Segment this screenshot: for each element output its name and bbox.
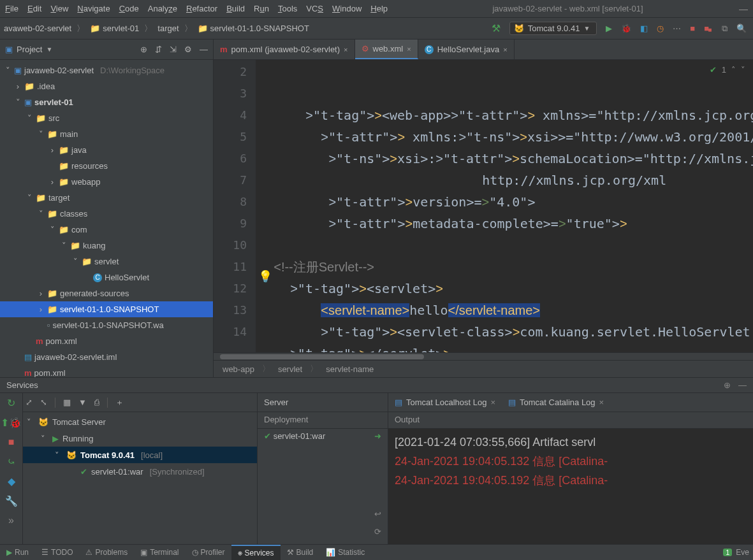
tree-row[interactable]: ›📁webapp xyxy=(0,174,213,190)
services-tree-row[interactable]: ✔servlet-01:war[Synchronized] xyxy=(23,463,257,480)
tree-row[interactable]: ˅▣servlet-01 xyxy=(0,94,213,110)
collapse-all-icon[interactable]: ⇲ xyxy=(170,45,177,54)
tree-arrow-icon[interactable] xyxy=(14,368,22,377)
inspection-down-icon[interactable]: ˅ xyxy=(741,65,745,75)
crumb-item[interactable]: web-app xyxy=(219,364,258,374)
add-service-icon[interactable]: ＋ xyxy=(115,397,124,408)
console-output[interactable]: [2021-01-24 07:03:55,666] Artifact servl… xyxy=(388,429,753,544)
toolstrip-todo[interactable]: ☰TODO xyxy=(35,548,79,557)
tree-row[interactable]: ▤javaweb-02-servlet.iml xyxy=(0,349,213,365)
build-hammer-icon[interactable]: ⚒ xyxy=(492,22,501,34)
localhost-log-tab[interactable]: Tomcat Localhost Log xyxy=(406,398,486,407)
tree-row[interactable]: 📁resources xyxy=(0,158,213,174)
tree-arrow-icon[interactable] xyxy=(83,273,91,282)
tree-arrow-icon[interactable]: ˅ xyxy=(37,129,45,139)
layout-icon[interactable]: ⎙ xyxy=(94,398,99,407)
tree-row[interactable]: ˅📁com xyxy=(0,222,213,238)
editor-tab[interactable]: ⚙web.xml× xyxy=(355,39,418,59)
more-icon[interactable]: » xyxy=(8,515,14,526)
tree-row[interactable]: ˅📁target xyxy=(0,190,213,206)
close-icon[interactable]: × xyxy=(503,46,507,54)
server-tab[interactable]: Server xyxy=(264,398,288,407)
catalina-log-tab[interactable]: Tomcat Catalina Log xyxy=(520,398,596,407)
tree-row[interactable]: ›📁.idea xyxy=(0,78,213,94)
menu-navigate[interactable]: Navigate xyxy=(77,4,110,13)
inspection-up-icon[interactable]: ˄ xyxy=(731,65,736,75)
menu-code[interactable]: Code xyxy=(119,4,139,13)
locate-icon[interactable]: ⊕ xyxy=(724,380,731,390)
tree-arrow-icon[interactable]: ˅ xyxy=(48,225,56,234)
menu-edit[interactable]: Edit xyxy=(27,4,41,13)
stop-all-icon[interactable]: ■■ xyxy=(704,24,709,33)
rerun-icon[interactable]: ↻ xyxy=(7,397,15,409)
tree-arrow-icon[interactable]: › xyxy=(14,82,22,91)
deploy-bug-icon[interactable]: ⬆🐞 xyxy=(1,417,22,429)
close-icon[interactable]: × xyxy=(599,398,604,407)
tree-row[interactable]: ›📁java xyxy=(0,142,213,158)
stop-button-icon[interactable]: ■ xyxy=(690,24,695,33)
toolstrip-problems[interactable]: ⚠Problems xyxy=(79,548,134,557)
tree-arrow-icon[interactable]: ˅ xyxy=(37,209,45,219)
tree-row[interactable]: ˅📁classes xyxy=(0,206,213,222)
tree-row[interactable]: ˅📁main xyxy=(0,126,213,142)
event-log-label[interactable]: Eve xyxy=(736,548,749,557)
toolstrip-statistic[interactable]: 📊Statistic xyxy=(319,548,371,557)
collapse-icon[interactable]: ⤡ xyxy=(40,398,47,407)
services-tree-row[interactable]: ˅▶Running xyxy=(23,430,257,447)
tree-row[interactable]: ˅▣javaweb-02-servletD:\WorkingSpace xyxy=(0,62,213,78)
crumb-item[interactable]: servlet-name xyxy=(322,364,377,374)
crumb-item[interactable]: servlet xyxy=(274,364,306,374)
tree-arrow-icon[interactable]: ˅ xyxy=(4,66,11,75)
menu-help[interactable]: Help xyxy=(370,4,388,13)
tree-arrow-icon[interactable]: › xyxy=(37,289,45,298)
tree-row[interactable]: ˅📁kuang xyxy=(0,238,213,254)
inspection-ok-icon[interactable]: ✔ xyxy=(710,65,717,75)
project-view-selector[interactable]: ▣ Project ▼ xyxy=(5,45,52,54)
search-everywhere-icon[interactable]: 🔍 xyxy=(736,24,747,33)
profiler-button-icon[interactable]: ◷ xyxy=(657,24,664,33)
toolstrip-run[interactable]: ▶Run xyxy=(0,548,35,557)
tree-row[interactable]: CHelloServlet xyxy=(0,269,213,285)
redeploy-icon[interactable]: ⤿ xyxy=(7,456,15,468)
tree-arrow-icon[interactable]: ˅ xyxy=(60,241,68,250)
event-count-badge[interactable]: 1 xyxy=(723,549,732,556)
close-icon[interactable]: × xyxy=(407,45,411,53)
run-config-selector[interactable]: 🐱 Tomcat 9.0.41 ▼ xyxy=(509,22,597,35)
tree-arrow-icon[interactable]: ˅ xyxy=(26,113,33,123)
tree-row[interactable]: mpom.xml xyxy=(0,365,213,377)
editor-tab[interactable]: mpom.xml (javaweb-02-servlet)× xyxy=(214,39,355,59)
artifact-row[interactable]: ✔ servlet-01:war ➜ xyxy=(258,429,388,443)
editor-tab[interactable]: CHelloServlet.java× xyxy=(418,39,515,59)
tree-row[interactable]: mpom.xml xyxy=(0,333,213,349)
tree-row[interactable]: ›📁servlet-01-1.0-SNAPSHOT xyxy=(0,301,213,317)
run-button-icon[interactable]: ▶ xyxy=(606,24,612,33)
filter-icon[interactable]: ▼ xyxy=(78,398,87,407)
menu-run[interactable]: Run xyxy=(254,4,269,13)
menu-tools[interactable]: Tools xyxy=(278,4,297,13)
menu-window[interactable]: Window xyxy=(332,4,362,13)
sync-icon[interactable]: ↩ xyxy=(374,509,381,519)
debug-button-icon[interactable]: 🐞 xyxy=(621,24,631,33)
window-minimize-icon[interactable]: — xyxy=(739,4,748,14)
services-tree[interactable]: ˅🐱Tomcat Server˅▶Running˅🐱Tomcat 9.0.41[… xyxy=(23,412,257,544)
toolstrip-terminal[interactable]: ▣Terminal xyxy=(134,548,185,557)
toolstrip-build[interactable]: ⚒Build xyxy=(281,548,320,557)
wrench-icon[interactable]: 🔧 xyxy=(5,495,18,507)
attach-icon[interactable]: ⋯ xyxy=(673,24,681,33)
group-by-icon[interactable]: ▦ xyxy=(63,398,71,407)
deploy-arrow-icon[interactable]: ➜ xyxy=(374,431,381,441)
tree-row[interactable]: ˅📁servlet xyxy=(0,254,213,269)
tree-arrow-icon[interactable] xyxy=(48,161,56,171)
tree-row[interactable]: ▫servlet-01-1.0-SNAPSHOT.wa xyxy=(0,317,213,333)
refresh-icon[interactable]: ⟳ xyxy=(374,527,381,536)
editor-hscrollbar[interactable] xyxy=(214,352,753,360)
hide-icon[interactable]: — xyxy=(200,45,208,54)
locate-file-icon[interactable]: ⊕ xyxy=(140,45,147,54)
toolstrip-services[interactable]: ⎈Services xyxy=(231,545,281,560)
breadcrumb-item[interactable]: target xyxy=(154,24,182,33)
close-icon[interactable]: × xyxy=(344,46,347,54)
services-tree-row[interactable]: ˅🐱Tomcat 9.0.41[local] xyxy=(23,447,257,463)
menu-vcs[interactable]: VCS xyxy=(306,4,323,13)
tree-arrow-icon[interactable]: ˅ xyxy=(71,257,79,266)
services-tree-row[interactable]: ˅🐱Tomcat Server xyxy=(23,413,257,430)
